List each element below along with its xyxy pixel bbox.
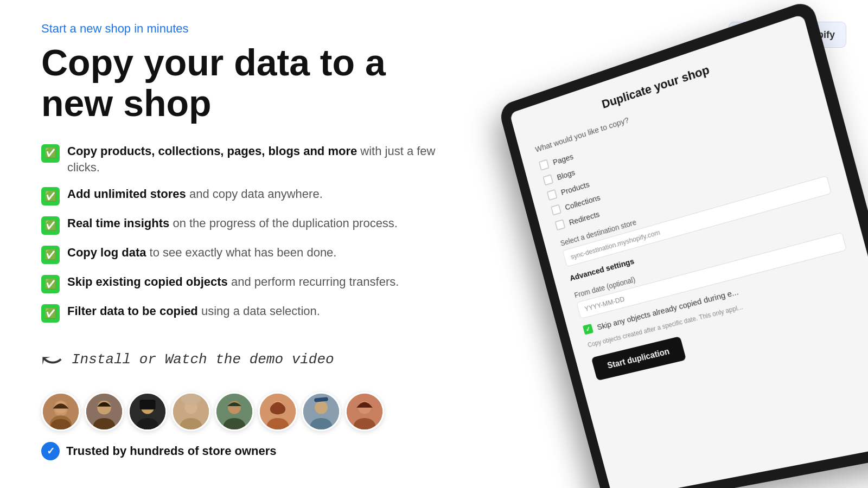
checkbox-blogs-box[interactable]: [542, 174, 553, 185]
feature-text-5: Skip existing copied objects and perform…: [67, 274, 399, 291]
check-icon-3: ✅: [41, 216, 60, 235]
arrow-icon: ⤻: [41, 344, 63, 375]
demo-section: ⤻ Install or Watch the demo video: [41, 344, 448, 375]
trust-badge-icon: ✓: [41, 442, 60, 460]
check-icon-4: ✅: [41, 246, 60, 264]
check-icon-5: ✅: [41, 275, 60, 293]
left-content: Start a new shop in minutes Copy your da…: [41, 22, 448, 460]
avatar-4: [171, 392, 210, 431]
demo-text[interactable]: Install or Watch the demo video: [72, 351, 334, 368]
avatar-6: [258, 392, 297, 431]
avatar-8: [345, 392, 384, 431]
checkbox-pages-box[interactable]: [539, 159, 550, 170]
checkbox-redirects-label: Redirects: [568, 209, 601, 227]
svg-point-23: [315, 401, 328, 414]
avatar-1: [41, 392, 80, 431]
tablet-outer: Duplicate your shop What would you like …: [498, 0, 868, 488]
checkbox-skip-box[interactable]: ✓: [583, 324, 593, 335]
feature-text-3: Real time insights on the progress of th…: [67, 215, 398, 232]
feature-item-4: ✅ Copy log data to see exactly what has …: [41, 245, 448, 264]
avatars-row: [41, 392, 448, 431]
check-icon-1: ✅: [41, 144, 60, 163]
main-title: Copy your data to a new shop: [41, 42, 448, 124]
feature-item-3: ✅ Real time insights on the progress of …: [41, 215, 448, 235]
check-icon-2: ✅: [41, 187, 60, 206]
feature-item-2: ✅ Add unlimited stores and copy data any…: [41, 186, 448, 206]
avatar-5: [215, 392, 254, 431]
checkbox-products-box[interactable]: [547, 189, 558, 201]
checkbox-collections-label: Collections: [564, 192, 601, 211]
tablet-mockup: Duplicate your shop What would you like …: [498, 0, 868, 488]
trusted-row: ✓ Trusted by hundreds of store owners: [41, 442, 448, 460]
feature-text-2: Add unlimited stores and copy data anywh…: [67, 186, 323, 203]
feature-text-4: Copy log data to see exactly what has be…: [67, 245, 336, 261]
svg-point-15: [181, 393, 201, 404]
feature-item-1: ✅ Copy products, collections, pages, blo…: [41, 143, 448, 177]
checkbox-products-label: Products: [560, 179, 590, 197]
tablet-screen: Duplicate your shop What would you like …: [509, 14, 868, 488]
feature-item-6: ✅ Filter data to be copied using a data …: [41, 303, 448, 323]
tagline: Start a new shop in minutes: [41, 22, 448, 36]
check-icon-6: ✅: [41, 304, 60, 323]
checkbox-redirects-box[interactable]: [554, 219, 565, 230]
trusted-text: Trusted by hundreds of store owners: [66, 444, 277, 458]
checkbox-pages-label: Pages: [552, 151, 574, 166]
checkbox-blogs-label: Blogs: [556, 168, 576, 182]
svg-rect-11: [139, 400, 155, 409]
checkbox-collections-box[interactable]: [551, 204, 561, 215]
avatar-2: [85, 392, 124, 431]
feature-item-5: ✅ Skip existing copied objects and perfo…: [41, 274, 448, 293]
feature-text-1: Copy products, collections, pages, blogs…: [67, 143, 448, 177]
feature-text-6: Filter data to be copied using a data se…: [67, 303, 320, 320]
avatar-7: [302, 392, 341, 431]
features-list: ✅ Copy products, collections, pages, blo…: [41, 143, 448, 323]
avatar-3: [128, 392, 167, 431]
